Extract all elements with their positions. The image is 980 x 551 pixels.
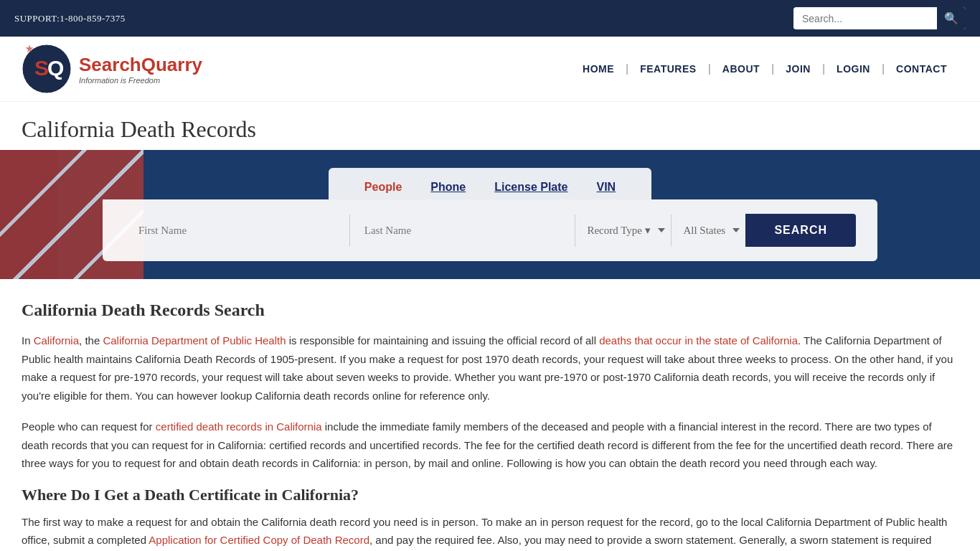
- last-name-input[interactable]: [350, 215, 576, 247]
- nav-contact[interactable]: CONTACT: [885, 63, 958, 75]
- nav-bar: S Q SearchQuarry Information is Freedom …: [0, 37, 980, 102]
- top-search-input[interactable]: [793, 9, 937, 29]
- logo-tagline: Information is Freedom: [79, 76, 202, 85]
- logo-name-part1: Search: [79, 54, 141, 75]
- top-bar: SUPPORT:1-800-859-7375 🔍: [0, 0, 980, 37]
- top-search-button[interactable]: 🔍: [937, 7, 966, 29]
- first-name-input[interactable]: [124, 215, 350, 247]
- para1-link1[interactable]: California: [34, 334, 79, 347]
- para1-link3[interactable]: deaths that occur in the state of Califo…: [599, 334, 798, 347]
- search-form: Record Type ▾ All States SEARCH: [103, 199, 877, 261]
- para3-link1[interactable]: Application for Certified Copy of Death …: [149, 534, 369, 546]
- nav-join[interactable]: JOIN: [774, 63, 822, 75]
- logo-area: S Q SearchQuarry Information is Freedom: [22, 44, 202, 94]
- logo-name-part2: Quarry: [141, 54, 202, 75]
- nav-login[interactable]: LOGIN: [825, 63, 882, 75]
- logo-text: SearchQuarry Information is Freedom: [79, 54, 202, 85]
- content-area: California Death Records Search In Calif…: [0, 279, 980, 551]
- nav-about[interactable]: ABOUT: [711, 63, 771, 75]
- tab-people[interactable]: People: [350, 175, 416, 199]
- para1-text1: In: [22, 334, 34, 347]
- para1-link2[interactable]: California Department of Public Health: [103, 334, 286, 347]
- section1-title: California Death Records Search: [22, 301, 958, 320]
- para2-link1[interactable]: certified death records in California: [156, 420, 322, 433]
- search-button[interactable]: SEARCH: [745, 214, 856, 247]
- logo-name: SearchQuarry: [79, 54, 202, 76]
- para1-text2: , the: [79, 334, 103, 347]
- record-type-wrap: Record Type ▾: [575, 215, 672, 246]
- section2-title: Where Do I Get a Death Certificate in Ca…: [22, 486, 958, 504]
- svg-text:S: S: [34, 56, 49, 80]
- tab-vin[interactable]: VIN: [582, 175, 630, 199]
- nav-features[interactable]: FEATURES: [628, 63, 707, 75]
- record-type-select[interactable]: Record Type ▾: [575, 215, 672, 246]
- svg-text:Q: Q: [47, 56, 64, 80]
- search-tabs: People Phone License Plate VIN: [329, 168, 651, 199]
- paragraph-3: The first way to make a request for and …: [22, 513, 958, 552]
- page-title: California Death Records: [22, 116, 958, 143]
- tab-license-plate[interactable]: License Plate: [480, 175, 582, 199]
- all-states-wrap: All States: [672, 215, 745, 246]
- paragraph-1: In California, the California Department…: [22, 331, 958, 405]
- logo-icon: S Q: [22, 44, 72, 94]
- nav-links: HOME | FEATURES | ABOUT | JOIN | LOGIN |…: [571, 62, 958, 75]
- tab-phone[interactable]: Phone: [416, 175, 480, 199]
- nav-home[interactable]: HOME: [571, 63, 626, 75]
- support-phone: SUPPORT:1-800-859-7375: [14, 13, 126, 24]
- para2-text1: People who can request for: [22, 420, 156, 433]
- hero-banner: People Phone License Plate VIN Record Ty…: [0, 150, 980, 279]
- top-search-bar: 🔍: [793, 7, 966, 29]
- page-title-area: California Death Records: [0, 102, 980, 150]
- all-states-select[interactable]: All States: [672, 215, 745, 246]
- para1-text3: is responsible for maintaining and issui…: [286, 334, 600, 347]
- paragraph-2: People who can request for certified dea…: [22, 418, 958, 473]
